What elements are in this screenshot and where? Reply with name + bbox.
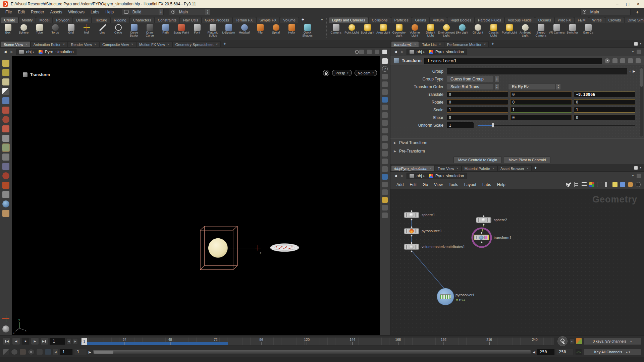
palette-icon[interactable] bbox=[589, 182, 594, 187]
pane-maximize-icon[interactable] bbox=[634, 42, 638, 46]
realtime-toggle-icon[interactable] bbox=[28, 349, 35, 355]
menu-item[interactable]: Help bbox=[103, 10, 116, 14]
shelf-tool[interactable]: Portal Light bbox=[501, 23, 517, 34]
param-field[interactable]: 1 bbox=[510, 107, 572, 113]
memory-icon[interactable] bbox=[382, 189, 388, 195]
shelf-tool[interactable]: Environment Light bbox=[438, 23, 454, 37]
shelf-tool[interactable]: Caustic Light bbox=[486, 23, 501, 37]
dopesheet-icon[interactable] bbox=[36, 349, 43, 355]
node-volumerasterizeattributes1[interactable]: volumerasterizeattributes1 bbox=[404, 244, 419, 250]
sculpt-icon[interactable] bbox=[2, 69, 9, 76]
visibility-icon[interactable] bbox=[636, 182, 641, 187]
menu-item[interactable]: Edit bbox=[407, 182, 419, 187]
maximize-icon[interactable]: ▢ bbox=[626, 2, 630, 6]
close-tab-icon[interactable]: × bbox=[484, 43, 486, 46]
axis-gizmo-icon[interactable] bbox=[2, 315, 9, 322]
minimize-icon[interactable]: – bbox=[616, 2, 619, 6]
section-pivot-transform[interactable]: ▶ Pivot Transform bbox=[390, 138, 644, 147]
shelf-tool[interactable]: Sky Light bbox=[454, 23, 470, 34]
network-box-icon[interactable] bbox=[628, 182, 633, 187]
shelf-tool[interactable]: Volume Light bbox=[407, 23, 423, 37]
help-icon[interactable]: ? bbox=[382, 66, 388, 72]
keys-summary-button[interactable]: 0 keys, 9/9 channels ▲ bbox=[584, 338, 641, 345]
node-sphere1[interactable]: sphere1 bbox=[404, 212, 419, 218]
camera-view-icon[interactable] bbox=[382, 89, 388, 95]
node-sphere2[interactable]: sphere2 bbox=[476, 217, 491, 223]
step-back-button[interactable]: ◀ bbox=[12, 338, 20, 345]
pane-tab[interactable]: transform1 × bbox=[391, 41, 419, 47]
param-field[interactable]: 0 bbox=[574, 115, 635, 120]
shelf-tab[interactable]: Constraints bbox=[154, 17, 180, 23]
shelf-tab[interactable]: Hair Utils bbox=[180, 17, 202, 23]
add-shelf-icon[interactable]: + bbox=[633, 9, 641, 15]
range-start-icon[interactable]: ◀ bbox=[53, 349, 58, 355]
shelf-tool[interactable]: Curve Bezier bbox=[126, 23, 142, 37]
info-circle-icon[interactable] bbox=[628, 58, 633, 63]
close-tab-icon[interactable]: × bbox=[94, 43, 96, 46]
edit-tool-icon[interactable] bbox=[2, 163, 9, 170]
pane-tab[interactable]: Composite View × bbox=[99, 41, 136, 47]
background-image-icon[interactable] bbox=[620, 182, 625, 187]
grid-snap-icon[interactable] bbox=[597, 182, 602, 187]
shelf-tab[interactable]: Particles bbox=[391, 17, 412, 23]
menu-item[interactable]: Edit bbox=[15, 10, 28, 14]
transform-order-dropdown[interactable]: Scale Rot Trans bbox=[447, 83, 494, 90]
shelf-tab[interactable]: Crowds bbox=[605, 17, 624, 23]
search-icon[interactable] bbox=[566, 183, 570, 187]
auto-key-icon[interactable] bbox=[45, 349, 51, 355]
menu-item[interactable]: Tools bbox=[446, 182, 461, 187]
shelf-tab[interactable]: Rigid Bodies bbox=[447, 17, 475, 23]
shelf-tool[interactable]: Switcher bbox=[565, 23, 580, 34]
audio-icon[interactable] bbox=[11, 349, 18, 355]
shelf-tool[interactable]: Spot Light bbox=[360, 23, 375, 34]
persp-settings-icon[interactable] bbox=[382, 81, 388, 87]
param-field[interactable]: 0 bbox=[510, 99, 572, 105]
forward-icon[interactable]: ▶ bbox=[9, 50, 14, 54]
key-options-icon[interactable]: ▼ bbox=[570, 339, 574, 344]
spinner-icon[interactable]: ▲▼ bbox=[494, 76, 499, 82]
pin-icon[interactable] bbox=[637, 174, 641, 178]
pane-tab[interactable]: Motion FX View × bbox=[136, 41, 172, 47]
display-sphere-icon[interactable] bbox=[2, 325, 9, 333]
playback-start-field[interactable]: 1 bbox=[74, 349, 87, 355]
shelf-tool[interactable]: Area Light bbox=[375, 23, 391, 34]
camera-lock-icon[interactable] bbox=[323, 70, 329, 76]
param-field[interactable]: 0 bbox=[510, 92, 572, 97]
sliders-icon[interactable] bbox=[612, 58, 618, 63]
shelf-tool[interactable]: Point Light bbox=[344, 23, 360, 34]
menu-item[interactable]: Windows bbox=[65, 10, 87, 14]
menu-item[interactable]: View bbox=[431, 182, 445, 187]
radial-target-icon[interactable] bbox=[355, 50, 359, 54]
info-icon[interactable] bbox=[382, 205, 388, 210]
shelf-tab[interactable]: FEM bbox=[574, 17, 589, 23]
group-select-arrow-icon[interactable]: ▶ bbox=[633, 69, 635, 73]
range-handle-left-icon[interactable]: ▶ bbox=[89, 350, 91, 354]
group-field[interactable] bbox=[447, 68, 627, 74]
shelf-tool[interactable]: L-System bbox=[221, 23, 236, 34]
pane-menu-icon[interactable]: ▾ bbox=[640, 42, 641, 45]
select-arrow-icon[interactable] bbox=[2, 88, 9, 95]
shelf-tab[interactable]: Wires bbox=[589, 17, 605, 23]
shelf-tab[interactable]: Rigging bbox=[110, 17, 129, 23]
param-field[interactable]: 0 bbox=[447, 92, 508, 97]
isolate-icon[interactable] bbox=[382, 105, 388, 110]
add-pane-tab-icon[interactable]: + bbox=[532, 165, 540, 171]
brush-icon[interactable] bbox=[2, 60, 9, 67]
prims-mode-icon[interactable] bbox=[382, 166, 388, 172]
animation-editor-icon[interactable] bbox=[575, 349, 582, 355]
shelf-tool[interactable]: Helix bbox=[284, 23, 300, 34]
character-pick-icon[interactable] bbox=[2, 135, 9, 142]
go-to-end-button[interactable]: ▶▮ bbox=[40, 338, 48, 345]
breadcrumb[interactable]: obj ▸ Pyro_simulation bbox=[16, 49, 76, 55]
grid-toggle-icon[interactable] bbox=[382, 135, 388, 141]
node-transform1[interactable]: transform1 bbox=[474, 235, 489, 240]
tree-view-icon[interactable] bbox=[574, 182, 579, 187]
move-centroid-button[interactable]: Move Centroid to Origin bbox=[453, 157, 502, 163]
add-shelf-tab-icon[interactable]: + bbox=[299, 17, 307, 22]
move-tool-icon[interactable] bbox=[2, 144, 9, 151]
spinner-icon[interactable]: ▲▼ bbox=[556, 83, 561, 90]
param-field[interactable]: 1 bbox=[574, 107, 635, 113]
menu-item[interactable]: Add bbox=[394, 182, 406, 187]
menu-item[interactable]: Labs bbox=[88, 10, 102, 14]
close-tab-icon[interactable]: × bbox=[527, 167, 529, 170]
